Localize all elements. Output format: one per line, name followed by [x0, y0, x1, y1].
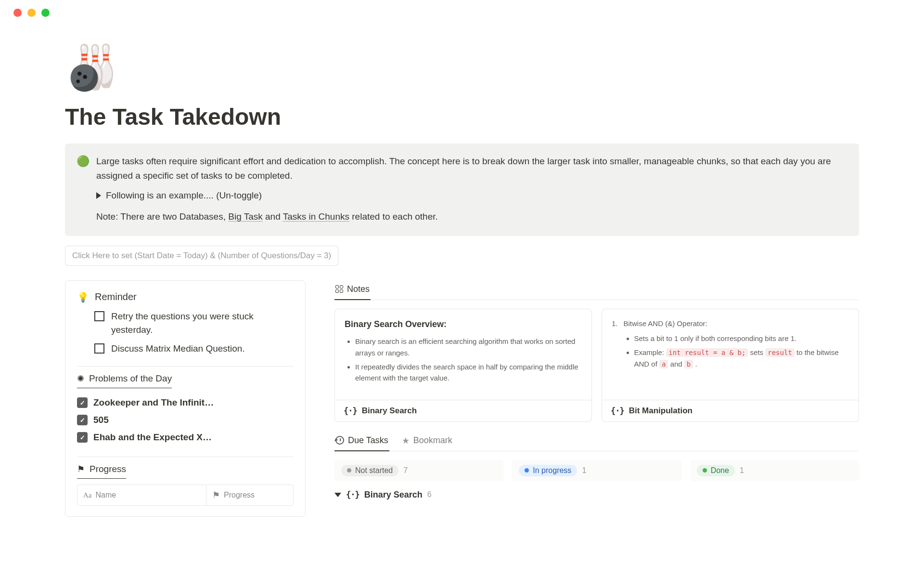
minimize-window-button[interactable]	[27, 9, 36, 17]
progress-col-progress[interactable]: ⚑ Progress	[206, 485, 293, 505]
intro-callout: 🟢 Large tasks often require significant …	[65, 144, 859, 236]
flag-icon: ⚑	[77, 464, 85, 474]
list-number: 1.	[612, 318, 618, 373]
code-inline: b	[684, 360, 693, 368]
card-footer-label: Bit Manipulation	[629, 406, 693, 416]
callout-note: Note: There are two Databases, Big Task …	[96, 210, 847, 224]
problems-of-day-heading[interactable]: ✺ Problems of the Day	[77, 373, 172, 388]
bulb-icon: 💡	[77, 291, 89, 303]
checkbox-icon[interactable]	[94, 343, 104, 354]
close-window-button[interactable]	[13, 9, 22, 17]
verified-badge-icon: ✓	[77, 415, 88, 425]
status-count: 1	[582, 466, 586, 475]
callout-text: Large tasks often require significant ef…	[96, 154, 847, 184]
text-property-icon: Aa	[83, 491, 92, 499]
star-icon: ★	[402, 435, 410, 446]
note-card-bit-manipulation[interactable]: 1. Bitwise AND (&) Operator: Sets a bit …	[602, 309, 859, 422]
status-pill-done: Done	[697, 465, 735, 476]
board-col-not-started[interactable]: Not started 7	[334, 460, 503, 481]
status-pill-not-started: Not started	[341, 465, 398, 476]
board-group-binary-search[interactable]: {·} Binary Search 6	[334, 490, 859, 500]
todo-label: Discuss Matrix Median Question.	[111, 342, 245, 356]
page-icon[interactable]: 🎳	[65, 46, 859, 89]
board-col-done[interactable]: Done 1	[690, 460, 859, 481]
problem-item[interactable]: ✓ 505	[77, 411, 294, 429]
code-inline: result	[765, 348, 795, 357]
code-inline: int result = a & b;	[666, 348, 748, 357]
set-defaults-button[interactable]: Click Here to set (Start Date = Today) &…	[65, 246, 338, 266]
tab-bookmark[interactable]: ★ Bookmark	[401, 432, 453, 451]
window-traffic-lights	[0, 0, 924, 17]
callout-emoji: 🟢	[77, 154, 90, 224]
verified-badge-icon: ✓	[77, 397, 88, 408]
reminder-title: Reminder	[95, 291, 137, 302]
code-icon: {·}	[346, 490, 359, 499]
tab-due-tasks[interactable]: Due Tasks	[334, 432, 389, 451]
note-card-binary-search[interactable]: Binary Search Overview: Binary search is…	[334, 309, 592, 422]
code-icon: {·}	[611, 406, 624, 416]
history-icon	[335, 436, 344, 445]
progress-heading[interactable]: ⚑ Progress	[77, 464, 126, 479]
maximize-window-button[interactable]	[41, 9, 50, 17]
card-bullet: Sets a bit to 1 only if both correspondi…	[634, 333, 849, 344]
card-bullet: Example: int result = a & b; sets result…	[634, 347, 849, 369]
notes-tabs: Notes	[334, 280, 859, 300]
group-count: 6	[427, 490, 432, 499]
divider	[77, 366, 294, 367]
toggle-arrow-icon[interactable]	[96, 192, 101, 199]
tab-notes[interactable]: Notes	[334, 280, 371, 300]
status-count: 1	[740, 466, 744, 475]
checkbox-icon[interactable]	[94, 311, 104, 321]
sun-icon: ✺	[77, 373, 84, 384]
code-icon: {·}	[344, 406, 357, 416]
gallery-view-icon	[335, 285, 343, 293]
divider	[77, 457, 294, 457]
flag-icon: ⚑	[212, 490, 220, 500]
verified-badge-icon: ✓	[77, 432, 88, 443]
todo-item[interactable]: Retry the questions you were stuck yeste…	[94, 310, 294, 337]
code-inline: a	[659, 360, 668, 368]
card-title: Binary Search Overview:	[345, 318, 582, 331]
status-count: 7	[403, 466, 408, 475]
card-footer-label: Binary Search	[362, 406, 417, 416]
page-title[interactable]: The Task Takedown	[65, 104, 859, 130]
left-panel: 💡 Reminder Retry the questions you were …	[65, 280, 306, 517]
big-task-link[interactable]: Big Task	[228, 211, 262, 222]
chevron-down-icon[interactable]	[334, 493, 341, 497]
progress-col-name[interactable]: Aa Name	[77, 485, 206, 505]
tasks-tabs: Due Tasks ★ Bookmark	[334, 432, 859, 451]
card-subheading: Bitwise AND (&) Operator:	[624, 318, 849, 329]
todo-label: Retry the questions you were stuck yeste…	[111, 310, 294, 337]
problem-item[interactable]: ✓ Zookeeper and The Infinit…	[77, 394, 294, 411]
card-bullet: Binary search is an efficient searching …	[355, 336, 582, 358]
problem-item[interactable]: ✓ Ehab and the Expected X…	[77, 429, 294, 446]
todo-item[interactable]: Discuss Matrix Median Question.	[94, 342, 294, 356]
progress-table-header: Aa Name ⚑ Progress	[77, 485, 294, 506]
tasks-in-chunks-link[interactable]: Tasks in Chunks	[283, 211, 349, 222]
board-col-in-progress[interactable]: In progress 1	[512, 460, 681, 481]
card-bullet: It repeatedly divides the search space i…	[355, 361, 582, 384]
status-pill-in-progress: In progress	[519, 465, 577, 476]
toggle-label[interactable]: Following is an example.... (Un-toggle)	[106, 188, 262, 203]
